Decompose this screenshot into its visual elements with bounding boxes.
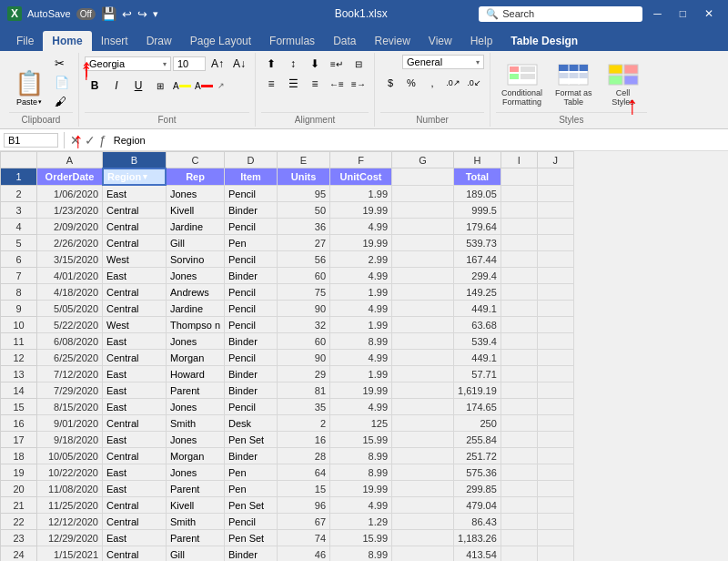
cell-E16[interactable]: 2: [278, 415, 330, 432]
cell-G1[interactable]: [392, 168, 454, 186]
cell-B17[interactable]: East: [103, 432, 167, 448]
cell-G17[interactable]: [392, 432, 454, 448]
cell-C10[interactable]: Thompso n: [167, 317, 225, 333]
cell-D18[interactable]: Binder: [225, 448, 278, 464]
cell-C6[interactable]: Sorvino: [167, 251, 225, 268]
cell-E21[interactable]: 96: [278, 497, 330, 514]
row-header-4[interactable]: 4: [1, 219, 37, 235]
cut-button[interactable]: ✂: [51, 55, 73, 72]
cell-F19[interactable]: 8.99: [330, 464, 392, 481]
col-header-G[interactable]: G: [392, 152, 454, 168]
font-color-button[interactable]: A: [194, 76, 214, 95]
cell-A7[interactable]: 4/01/2020: [37, 268, 103, 284]
cell-I4[interactable]: [500, 219, 537, 235]
row-header-3[interactable]: 3: [1, 202, 37, 219]
cell-H15[interactable]: 174.65: [454, 399, 501, 415]
tab-data[interactable]: Data: [324, 31, 365, 51]
cell-D19[interactable]: Pen: [225, 464, 278, 481]
cell-H6[interactable]: 167.44: [454, 251, 501, 268]
cell-D6[interactable]: Pencil: [225, 251, 278, 268]
cell-I15[interactable]: [500, 399, 537, 415]
cell-C3[interactable]: Kivell: [167, 202, 225, 219]
cell-A21[interactable]: 11/25/2020: [37, 497, 103, 514]
col-header-E[interactable]: E: [278, 152, 330, 168]
cell-I11[interactable]: [500, 333, 537, 350]
cell-I6[interactable]: [500, 251, 537, 268]
cell-C22[interactable]: Smith: [167, 514, 225, 530]
cell-H22[interactable]: 86.43: [454, 514, 501, 530]
cell-H11[interactable]: 539.4: [454, 333, 501, 350]
cell-D7[interactable]: Binder: [225, 268, 278, 284]
tab-tabledesign[interactable]: Table Design: [501, 31, 587, 51]
cell-G23[interactable]: [392, 530, 454, 546]
cell-H16[interactable]: 250: [454, 415, 501, 432]
row-header-24[interactable]: 24: [1, 546, 37, 562]
col-header-B[interactable]: B: [103, 152, 167, 168]
cell-B5[interactable]: Central: [103, 235, 167, 251]
cell-F11[interactable]: 8.99: [330, 333, 392, 350]
cell-H4[interactable]: 179.64: [454, 219, 501, 235]
cell-I20[interactable]: [500, 481, 537, 497]
cell-H10[interactable]: 63.68: [454, 317, 501, 333]
cell-I18[interactable]: [500, 448, 537, 464]
cell-C4[interactable]: Jardine: [167, 219, 225, 235]
cell-F2[interactable]: 1.99: [330, 186, 392, 202]
cell-B14[interactable]: East: [103, 382, 167, 399]
cell-B21[interactable]: Central: [103, 497, 167, 514]
row-header-23[interactable]: 23: [1, 530, 37, 546]
row-header-19[interactable]: 19: [1, 464, 37, 481]
cell-E13[interactable]: 29: [278, 366, 330, 382]
cell-D13[interactable]: Binder: [225, 366, 278, 382]
font-dialog-launcher[interactable]: ↗: [217, 81, 225, 90]
cell-E5[interactable]: 27: [278, 235, 330, 251]
cell-E15[interactable]: 35: [278, 399, 330, 415]
cell-B24[interactable]: Central: [103, 546, 167, 562]
cell-G7[interactable]: [392, 268, 454, 284]
cell-A10[interactable]: 5/22/2020: [37, 317, 103, 333]
cell-E6[interactable]: 56: [278, 251, 330, 268]
cell-A2[interactable]: 1/06/2020: [37, 186, 103, 202]
cell-I12[interactable]: [500, 350, 537, 366]
cell-B9[interactable]: Central: [103, 301, 167, 317]
cell-D20[interactable]: Pen: [225, 481, 278, 497]
col-header-A[interactable]: A: [37, 152, 103, 168]
cell-J18[interactable]: [537, 448, 573, 464]
cell-E23[interactable]: 74: [278, 530, 330, 546]
cell-F18[interactable]: 8.99: [330, 448, 392, 464]
cell-B13[interactable]: East: [103, 366, 167, 382]
cell-C2[interactable]: Jones: [167, 186, 225, 202]
cell-C14[interactable]: Parent: [167, 382, 225, 399]
cell-A5[interactable]: 2/26/2020: [37, 235, 103, 251]
cell-D23[interactable]: Pen Set: [225, 530, 278, 546]
cell-F17[interactable]: 15.99: [330, 432, 392, 448]
cell-G22[interactable]: [392, 514, 454, 530]
cell-D9[interactable]: Pencil: [225, 301, 278, 317]
align-middle-button[interactable]: ↕: [283, 55, 303, 73]
align-top-button[interactable]: ⬆: [261, 55, 281, 73]
cell-G20[interactable]: [392, 481, 454, 497]
cell-I23[interactable]: [500, 530, 537, 546]
cell-G8[interactable]: [392, 284, 454, 301]
conditional-formatting-button[interactable]: ConditionalFormatting: [496, 59, 548, 110]
cell-B19[interactable]: East: [103, 464, 167, 481]
cell-J8[interactable]: [537, 284, 573, 301]
row-header-8[interactable]: 8: [1, 284, 37, 301]
cell-G19[interactable]: [392, 464, 454, 481]
cell-B3[interactable]: Central: [103, 202, 167, 219]
row-header-13[interactable]: 13: [1, 366, 37, 382]
cell-G2[interactable]: [392, 186, 454, 202]
cell-C9[interactable]: Jardine: [167, 301, 225, 317]
cell-I7[interactable]: [500, 268, 537, 284]
cell-D21[interactable]: Pen Set: [225, 497, 278, 514]
search-box[interactable]: 🔍 Search: [479, 6, 642, 22]
cell-A16[interactable]: 9/01/2020: [37, 415, 103, 432]
tab-pagelayout[interactable]: Page Layout: [181, 31, 260, 51]
tab-view[interactable]: View: [420, 31, 461, 51]
cell-C16[interactable]: Smith: [167, 415, 225, 432]
cell-A12[interactable]: 6/25/2020: [37, 350, 103, 366]
cell-C18[interactable]: Morgan: [167, 448, 225, 464]
cell-A9[interactable]: 5/05/2020: [37, 301, 103, 317]
cell-J20[interactable]: [537, 481, 573, 497]
row-header-22[interactable]: 22: [1, 514, 37, 530]
tab-help[interactable]: Help: [461, 31, 502, 51]
